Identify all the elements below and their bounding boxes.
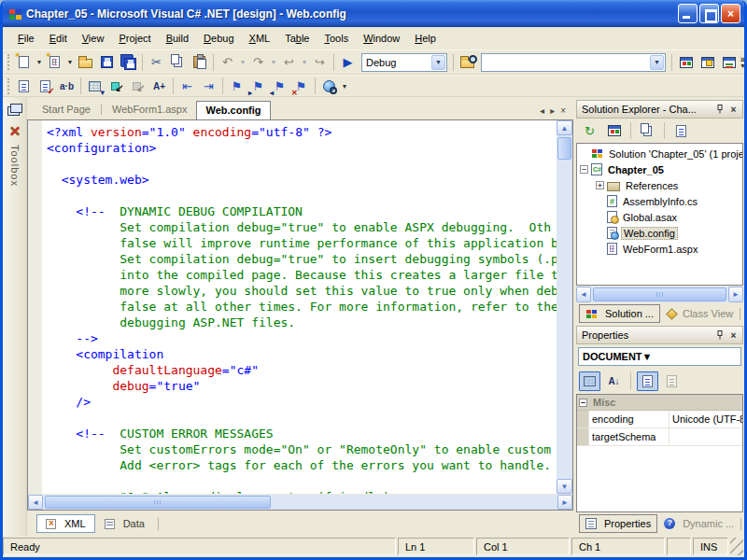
selection-margin[interactable] [28, 120, 42, 494]
scroll-tabs-left-icon[interactable]: ◂ [540, 105, 544, 116]
toggle-bookmark-icon[interactable]: ⚑ [226, 77, 247, 96]
dropdown-arrow-icon[interactable]: ▼ [65, 53, 75, 72]
editor-vertical-scrollbar[interactable]: ▲ ▼ [557, 120, 572, 494]
tab-web-config[interactable]: Web.config [196, 101, 270, 119]
solution-configurations-combo[interactable]: Debug▼ [361, 53, 447, 72]
increase-indent-icon[interactable]: ⇥ [198, 77, 219, 96]
dropdown-arrow-icon[interactable]: ▼ [238, 53, 247, 72]
copy-web-project-icon[interactable] [603, 121, 625, 141]
tree-item-solution-chapter-05-1-proje[interactable]: Solution 'Chapter_05' (1 proje [577, 146, 742, 161]
toolbox-window-icon[interactable] [718, 52, 740, 72]
tree-item-web-config[interactable]: Web.config [577, 225, 742, 241]
ab-icon[interactable]: a·b [56, 77, 78, 96]
properties-icon[interactable] [670, 121, 692, 141]
tab-start-page[interactable]: Start Page [33, 100, 100, 119]
menu-view[interactable]: View [75, 29, 112, 48]
toolbar-grip[interactable] [5, 54, 9, 70]
tree-scroll-left-icon[interactable]: ◄ [576, 287, 591, 302]
tree-horizontal-scrollbar[interactable]: ◄ ► [576, 287, 743, 302]
menu-edit[interactable]: Edit [42, 29, 75, 48]
copy-as-html-icon[interactable] [84, 77, 106, 96]
next-bookmark-icon[interactable]: ⚑▸ [247, 77, 269, 96]
tab-webform1-aspx[interactable]: WebForm1.aspx [103, 100, 197, 119]
vertical-scroll-thumb[interactable] [557, 137, 571, 160]
tab-xml[interactable]: XML [36, 514, 95, 533]
open-file-icon[interactable] [75, 52, 96, 72]
resize-grip[interactable] [730, 538, 743, 555]
view-in-browser-icon[interactable] [318, 77, 340, 96]
copy-icon[interactable] [167, 52, 189, 72]
cut-icon[interactable]: ✂ [146, 52, 167, 72]
properties-window-icon[interactable] [697, 52, 718, 72]
menu-debug[interactable]: Debug [196, 29, 241, 48]
menu-build[interactable]: Build [159, 29, 196, 48]
start-debug-icon[interactable]: ▶ [337, 52, 359, 72]
property-value[interactable]: Unicode (UTF-8) [669, 411, 742, 427]
tab-dynamic-[interactable]: Dynamic ... [657, 514, 740, 533]
menu-table[interactable]: Table [277, 29, 317, 48]
tab-class-view[interactable]: Class View [660, 304, 740, 323]
save-icon[interactable] [96, 52, 118, 72]
tree-item-references[interactable]: +References [577, 177, 742, 193]
dropdown-arrow-icon[interactable]: ▼ [340, 77, 349, 95]
scroll-right-icon[interactable]: ► [557, 495, 572, 510]
navigate-back-icon[interactable]: ↩ [278, 52, 300, 72]
editor-horizontal-scrollbar[interactable]: ◄ ► [28, 494, 572, 510]
validate-xml-icon[interactable] [35, 77, 56, 96]
save-all-icon[interactable] [118, 52, 139, 72]
solution-explorer-titlebar[interactable]: Solution Explorer - Cha... × [576, 100, 743, 119]
pin-icon[interactable] [712, 329, 726, 342]
scroll-left-icon[interactable]: ◄ [28, 495, 43, 510]
solution-explorer-icon[interactable] [675, 52, 697, 72]
property-value[interactable] [669, 428, 742, 445]
collapse-category-icon[interactable]: − [579, 399, 587, 407]
find-combo[interactable]: ▼ [481, 53, 666, 72]
tree-scroll-right-icon[interactable]: ► [728, 287, 743, 302]
titlebar[interactable]: Chapter_05 - Microsoft Visual C# .NET [d… [3, 0, 744, 27]
horizontal-scroll-thumb[interactable] [45, 496, 271, 509]
font-size-icon[interactable]: A+ [148, 77, 170, 96]
tab-data[interactable]: Data [95, 514, 154, 533]
property-pages-icon[interactable] [661, 371, 683, 391]
dropdown-arrow-icon[interactable]: ▼ [300, 53, 309, 72]
minimize-button[interactable] [678, 4, 698, 23]
object-selector-combo[interactable]: DOCUMENT ▼ [578, 347, 741, 366]
property-row-encoding[interactable]: encodingUnicode (UTF-8) [577, 411, 742, 428]
new-project-icon[interactable] [13, 52, 35, 72]
properties-titlebar[interactable]: Properties × [576, 326, 743, 344]
dropdown-arrow-icon[interactable]: ▼ [35, 53, 44, 72]
undo-icon[interactable]: ↶ [217, 52, 238, 72]
categorized-icon[interactable] [579, 371, 600, 391]
menu-window[interactable]: Window [356, 29, 407, 48]
expand-icon[interactable]: + [596, 181, 604, 189]
menu-tools[interactable]: Tools [317, 29, 356, 48]
menu-project[interactable]: Project [111, 29, 158, 48]
property-row-targetschema[interactable]: targetSchema [577, 428, 742, 446]
tree-item-global-asax[interactable]: Global.asax [577, 209, 742, 225]
find-in-files-icon[interactable] [457, 52, 478, 72]
close-panel-icon[interactable]: × [726, 103, 740, 116]
select-element-disabled-icon[interactable] [127, 77, 148, 96]
tab-properties[interactable]: Properties [579, 514, 657, 533]
close-document-icon[interactable]: × [560, 105, 566, 116]
category-row[interactable]: − Misc [577, 395, 742, 411]
scroll-tabs-right-icon[interactable]: ▸ [550, 105, 555, 116]
navigate-forward-icon[interactable]: ↪ [309, 52, 331, 72]
properties-grid-icon[interactable] [637, 371, 658, 391]
toolbox-icon[interactable] [8, 124, 21, 137]
server-explorer-icon[interactable] [10, 104, 22, 113]
previous-bookmark-icon[interactable]: ⚑◂ [269, 77, 290, 96]
clear-bookmarks-icon[interactable]: ⚑✕ [290, 77, 312, 96]
toolbox-strip-label[interactable]: Toolbox [9, 145, 21, 187]
menu-help[interactable]: Help [407, 29, 444, 48]
scroll-down-icon[interactable]: ▼ [557, 479, 572, 494]
select-element-icon[interactable] [106, 77, 127, 96]
chevron-down-icon[interactable]: ▼ [431, 55, 445, 70]
chevron-down-icon[interactable]: ▼ [642, 351, 653, 362]
collapse-icon[interactable]: − [580, 165, 588, 174]
menu-file[interactable]: File [10, 29, 42, 48]
redo-icon[interactable]: ↷ [247, 52, 269, 72]
tab-solution-[interactable]: Solution ... [579, 304, 660, 323]
chevron-down-icon[interactable]: ▼ [650, 55, 664, 70]
add-new-item-icon[interactable] [44, 52, 65, 72]
